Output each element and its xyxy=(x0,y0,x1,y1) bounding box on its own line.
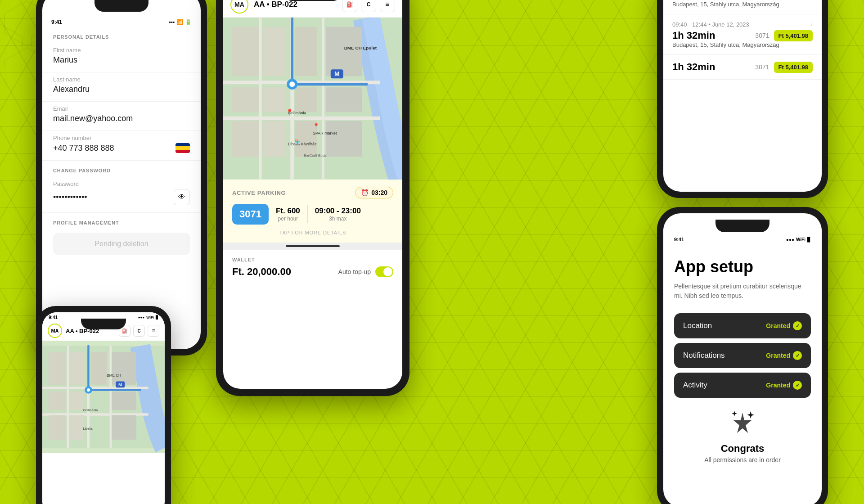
svg-rect-42 xyxy=(91,352,107,385)
svg-point-25 xyxy=(289,81,295,87)
svg-text:BarCraft Buda: BarCraft Buda xyxy=(304,153,327,158)
hours-detail: 09:00 - 23:00 3h max xyxy=(315,207,361,222)
history-item-3[interactable]: 1h 32min 3071 Ft 5,401.98 xyxy=(663,55,822,80)
user-avatar: MA xyxy=(230,0,248,14)
map-header: MA AA • BP-022 ⛽ C ≡ xyxy=(223,0,402,18)
battery-icon: 🔋 xyxy=(185,19,192,25)
email-field: Email mail.new@yahoo.com xyxy=(42,102,201,131)
active-parking-card[interactable]: ACTIVE PARKING ⏰ 03:20 3071 Ft. 600 per … xyxy=(223,180,402,243)
last-name-field: Last name Alexandru xyxy=(42,72,201,102)
svg-text:BME CH: BME CH xyxy=(107,374,121,378)
fuel-button[interactable]: ⛽ xyxy=(342,0,357,12)
parking-header: ACTIVE PARKING ⏰ 03:20 xyxy=(232,187,393,198)
active-parking-label: ACTIVE PARKING xyxy=(232,189,286,196)
svg-rect-20 xyxy=(326,87,362,112)
phone-value: +40 773 888 888 xyxy=(53,144,114,153)
svg-text:🏪: 🏪 xyxy=(295,139,301,145)
history-zone-3: 3071 xyxy=(755,63,769,71)
svg-text:📍: 📍 xyxy=(286,108,294,116)
personal-section-label: PERSONAL DETAILS xyxy=(42,27,201,43)
mini-map-view[interactable]: BME CH Libella Grillmánia M xyxy=(42,341,165,453)
c-button[interactable]: C xyxy=(361,0,376,12)
mini-map-svg: BME CH Libella Grillmánia M xyxy=(42,341,165,453)
signal-4: ●●● xyxy=(786,237,794,242)
battery-5: ▊ xyxy=(156,315,158,320)
permission-activity[interactable]: Activity Granted ✓ xyxy=(674,373,811,398)
mini-c-btn[interactable]: C xyxy=(133,325,145,337)
history-item-2-top: 09:40 - 12:44 • June 12, 2023 › xyxy=(672,21,813,28)
tap-detail: TAP FOR MORE DETAILS xyxy=(232,230,393,235)
signal-5: ●●● xyxy=(138,315,145,320)
svg-rect-15 xyxy=(232,121,259,157)
svg-rect-17 xyxy=(295,87,317,112)
last-name-label: Last name xyxy=(53,76,190,83)
phone-app-setup: 9:41 ●●● WiFi ▊ App setup Pellentesque s… xyxy=(657,207,828,504)
svg-text:M: M xyxy=(118,382,122,387)
granted-label-notifications: Granted xyxy=(766,352,790,359)
personal-details-screen: 9:41 ▪▪▪ 📶 🔋 PERSONAL DETAILS First name… xyxy=(42,0,201,349)
granted-label-activity: Granted xyxy=(766,382,790,389)
wifi-4: WiFi xyxy=(796,237,806,242)
congrats-section: Congrats All permissions are in order xyxy=(674,410,811,464)
hours-sub: 3h max xyxy=(315,216,361,222)
svg-rect-13 xyxy=(264,87,286,112)
status-time-5: 9:41 xyxy=(49,315,58,320)
permission-location[interactable]: Location Granted ✓ xyxy=(674,313,811,338)
phone-2-screen: 9:41 ●●● WiFi ▊ MA AA • BP-022 ⛽ C ≡ xyxy=(223,0,402,389)
map-svg: M BME CH Épület Libella Kávéház Grillmán… xyxy=(223,18,402,180)
history-item-2[interactable]: 09:40 - 12:44 • June 12, 2023 › 1h 32min… xyxy=(663,14,822,55)
email-value: mail.new@yahoo.com xyxy=(53,114,190,123)
phone-label: Phone number xyxy=(53,135,190,141)
password-field: Password •••••••••••• 👁 xyxy=(42,177,201,213)
auto-topup-toggle[interactable] xyxy=(375,266,393,277)
email-label: Email xyxy=(53,105,190,112)
svg-text:📍: 📍 xyxy=(313,122,320,129)
price-detail: Ft. 600 per hour xyxy=(276,207,300,222)
auto-topup: Auto top-up xyxy=(338,266,393,277)
svg-rect-48 xyxy=(112,392,136,410)
wallet-section: WALLET Ft. 20,000.00 Auto top-up xyxy=(223,250,402,285)
svg-rect-7 xyxy=(223,117,380,120)
flag-blue xyxy=(176,143,190,146)
history-item-1[interactable]: 09:40 - 12:44 • June 12, 2023 › Budapest… xyxy=(663,0,822,14)
svg-rect-38 xyxy=(42,387,148,389)
divider xyxy=(307,205,308,223)
svg-text:BME CH Épület: BME CH Épület xyxy=(344,45,377,50)
phone-history: 09:40 - 12:44 • June 12, 2023 › Budapest… xyxy=(657,0,828,198)
clock-icon: ⏰ xyxy=(361,189,369,196)
history-arrow-2: › xyxy=(810,21,813,28)
home-indicator xyxy=(223,243,402,250)
permission-activity-name: Activity xyxy=(683,381,707,390)
permission-notifications[interactable]: Notifications Granted ✓ xyxy=(674,343,811,368)
mini-menu-btn[interactable]: ≡ xyxy=(148,325,159,337)
password-label: Password xyxy=(53,180,190,187)
menu-button[interactable]: ≡ xyxy=(380,0,395,12)
pending-deletion-button[interactable]: Pending deletion xyxy=(53,233,190,255)
first-name-label: First name xyxy=(53,47,190,54)
svg-rect-44 xyxy=(49,392,66,410)
password-dots: •••••••••••• xyxy=(53,193,87,202)
history-date-2: 09:40 - 12:44 • June 12, 2023 xyxy=(672,21,749,28)
app-setup-screen: 9:41 ●●● WiFi ▊ App setup Pellentesque s… xyxy=(663,213,822,504)
phone-mini-map: 9:41 ●●● WiFi ▊ MA AA • BP-022 ⛽ C ≡ xyxy=(36,306,171,504)
svg-text:Libella: Libella xyxy=(83,427,93,431)
wallet-label: WALLET xyxy=(232,257,393,262)
status-bar-4: 9:41 ●●● WiFi ▊ xyxy=(674,236,811,247)
history-zone-2: 3071 xyxy=(755,32,769,39)
sparkle-icon xyxy=(674,410,811,439)
map-view[interactable]: M BME CH Épület Libella Kávéház Grillmán… xyxy=(223,18,402,180)
svg-rect-47 xyxy=(112,352,136,385)
svg-text:Grillmánia: Grillmánia xyxy=(83,408,99,412)
mini-avatar: MA xyxy=(48,324,62,338)
phone-3-screen: 09:40 - 12:44 • June 12, 2023 › Budapest… xyxy=(663,0,822,192)
svg-rect-16 xyxy=(264,121,286,157)
hours-value: 09:00 - 23:00 xyxy=(315,207,361,216)
car-plate: AA • BP-022 xyxy=(254,0,337,9)
password-toggle-button[interactable]: 👁 xyxy=(174,189,190,205)
price-badge-2: Ft 5,401.98 xyxy=(774,30,813,41)
svg-rect-46 xyxy=(69,415,84,440)
congrats-sub: All permissions are in order xyxy=(674,456,811,464)
price-badge-3: Ft 5,401.98 xyxy=(774,62,813,73)
phone-field: Phone number +40 773 888 888 xyxy=(42,131,201,161)
status-time-4: 9:41 xyxy=(674,237,684,242)
